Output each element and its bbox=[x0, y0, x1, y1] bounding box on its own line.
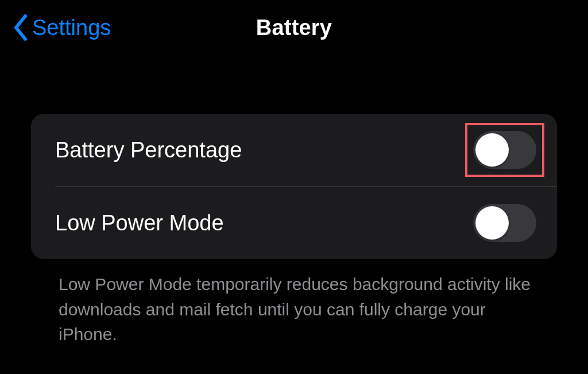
chevron-left-icon bbox=[13, 14, 29, 41]
toggle-wrap-battery-percentage bbox=[473, 131, 536, 169]
page-title: Battery bbox=[256, 16, 332, 40]
toggle-battery-percentage[interactable] bbox=[473, 131, 536, 169]
content: Battery Percentage Low Power Mode Low Po… bbox=[0, 114, 588, 347]
row-battery-percentage: Battery Percentage bbox=[31, 114, 557, 186]
toggle-knob-icon bbox=[475, 206, 509, 240]
row-label-low-power-mode: Low Power Mode bbox=[55, 211, 473, 236]
navbar: Settings Battery bbox=[0, 0, 588, 55]
back-button[interactable]: Settings bbox=[13, 14, 111, 41]
settings-card: Battery Percentage Low Power Mode bbox=[31, 114, 557, 259]
row-label-battery-percentage: Battery Percentage bbox=[55, 138, 473, 163]
row-low-power-mode: Low Power Mode bbox=[55, 186, 557, 259]
footer-description: Low Power Mode temporarily reduces backg… bbox=[31, 259, 557, 347]
toggle-knob-icon bbox=[475, 133, 509, 167]
toggle-wrap-low-power-mode bbox=[473, 204, 536, 242]
back-label: Settings bbox=[32, 16, 111, 40]
toggle-low-power-mode[interactable] bbox=[473, 204, 536, 242]
